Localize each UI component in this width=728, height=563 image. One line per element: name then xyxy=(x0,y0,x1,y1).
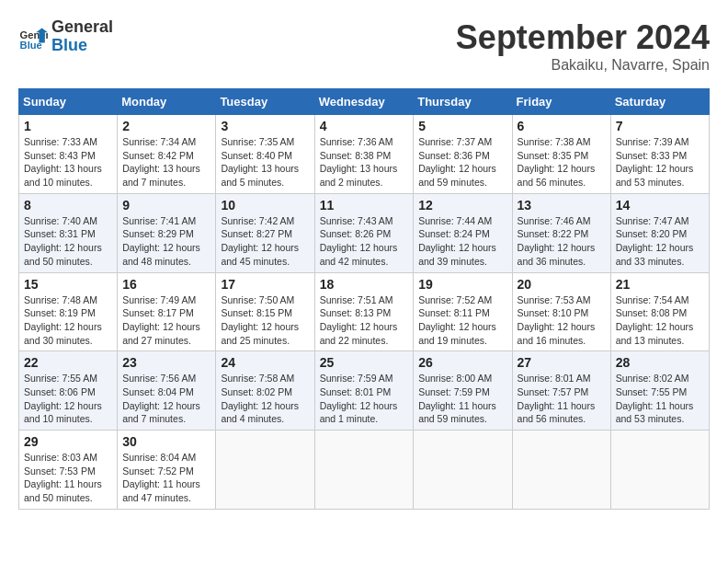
day-info: Sunrise: 7:41 AMSunset: 8:29 PMDaylight:… xyxy=(122,214,210,269)
calendar-cell: 12Sunrise: 7:44 AMSunset: 8:24 PMDayligh… xyxy=(414,193,512,272)
calendar-cell xyxy=(414,431,512,510)
day-info: Sunrise: 7:56 AMSunset: 8:04 PMDaylight:… xyxy=(122,372,210,426)
calendar-week-row: 8Sunrise: 7:40 AMSunset: 8:31 PMDaylight… xyxy=(19,193,710,272)
calendar-cell: 22Sunrise: 7:55 AMSunset: 8:06 PMDayligh… xyxy=(19,351,118,431)
calendar-week-row: 22Sunrise: 7:55 AMSunset: 8:06 PMDayligh… xyxy=(19,351,710,431)
page-header: General Blue General Blue September 2024… xyxy=(18,18,710,74)
calendar-cell: 30Sunrise: 8:04 AMSunset: 7:52 PMDayligh… xyxy=(118,431,216,510)
day-info: Sunrise: 7:58 AMSunset: 8:02 PMDaylight:… xyxy=(221,372,309,426)
calendar-cell: 5Sunrise: 7:37 AMSunset: 8:36 PMDaylight… xyxy=(414,115,512,194)
logo-text: General Blue xyxy=(51,18,113,55)
logo-icon: General Blue xyxy=(18,22,48,52)
day-number: 25 xyxy=(320,355,409,370)
calendar-cell xyxy=(314,431,414,510)
day-number: 2 xyxy=(122,119,210,133)
calendar-cell: 13Sunrise: 7:46 AMSunset: 8:22 PMDayligh… xyxy=(512,193,610,272)
weekday-header: Wednesday xyxy=(314,89,414,115)
day-info: Sunrise: 7:47 AMSunset: 8:20 PMDaylight:… xyxy=(616,214,704,269)
calendar-week-row: 29Sunrise: 8:03 AMSunset: 7:53 PMDayligh… xyxy=(19,431,710,510)
day-number: 15 xyxy=(24,277,112,292)
weekday-header: Thursday xyxy=(414,89,512,115)
weekday-header: Sunday xyxy=(19,89,118,115)
day-info: Sunrise: 7:46 AMSunset: 8:22 PMDaylight:… xyxy=(518,214,606,269)
day-info: Sunrise: 7:52 AMSunset: 8:11 PMDaylight:… xyxy=(418,293,506,348)
weekday-header: Tuesday xyxy=(216,89,314,115)
calendar-cell: 10Sunrise: 7:42 AMSunset: 8:27 PMDayligh… xyxy=(216,193,314,272)
day-info: Sunrise: 8:01 AMSunset: 7:57 PMDaylight:… xyxy=(518,372,606,426)
calendar-cell: 3Sunrise: 7:35 AMSunset: 8:40 PMDaylight… xyxy=(216,115,314,194)
weekday-header: Saturday xyxy=(610,89,709,115)
calendar-cell: 7Sunrise: 7:39 AMSunset: 8:33 PMDaylight… xyxy=(610,115,709,194)
calendar-cell: 4Sunrise: 7:36 AMSunset: 8:38 PMDaylight… xyxy=(314,115,414,194)
day-number: 16 xyxy=(122,277,210,292)
calendar-table: SundayMondayTuesdayWednesdayThursdayFrid… xyxy=(18,88,710,510)
day-number: 11 xyxy=(320,198,409,213)
calendar-week-row: 1Sunrise: 7:33 AMSunset: 8:43 PMDaylight… xyxy=(19,115,710,194)
calendar-cell: 18Sunrise: 7:51 AMSunset: 8:13 PMDayligh… xyxy=(314,272,414,351)
calendar-cell xyxy=(610,431,709,510)
day-number: 10 xyxy=(221,198,309,213)
calendar-cell: 9Sunrise: 7:41 AMSunset: 8:29 PMDaylight… xyxy=(118,193,216,272)
day-info: Sunrise: 7:49 AMSunset: 8:17 PMDaylight:… xyxy=(122,293,210,348)
day-number: 23 xyxy=(122,355,210,370)
day-number: 20 xyxy=(518,277,606,292)
calendar-cell: 15Sunrise: 7:48 AMSunset: 8:19 PMDayligh… xyxy=(19,272,118,351)
day-number: 14 xyxy=(616,198,704,213)
calendar-cell: 24Sunrise: 7:58 AMSunset: 8:02 PMDayligh… xyxy=(216,351,314,431)
day-info: Sunrise: 7:42 AMSunset: 8:27 PMDaylight:… xyxy=(221,214,309,269)
day-number: 30 xyxy=(122,434,210,449)
calendar-cell: 25Sunrise: 7:59 AMSunset: 8:01 PMDayligh… xyxy=(314,351,414,431)
day-number: 24 xyxy=(221,355,309,370)
day-number: 26 xyxy=(418,355,506,370)
calendar-cell: 26Sunrise: 8:00 AMSunset: 7:59 PMDayligh… xyxy=(414,351,512,431)
weekday-header: Friday xyxy=(512,89,610,115)
calendar-cell: 19Sunrise: 7:52 AMSunset: 8:11 PMDayligh… xyxy=(414,272,512,351)
day-info: Sunrise: 7:54 AMSunset: 8:08 PMDaylight:… xyxy=(616,293,704,348)
day-info: Sunrise: 7:48 AMSunset: 8:19 PMDaylight:… xyxy=(24,293,112,348)
day-number: 6 xyxy=(518,119,606,133)
weekday-header: Monday xyxy=(118,89,216,115)
title-block: September 2024 Bakaiku, Navarre, Spain xyxy=(456,18,710,74)
location: Bakaiku, Navarre, Spain xyxy=(456,57,710,74)
day-number: 1 xyxy=(24,119,112,133)
day-number: 18 xyxy=(320,277,409,292)
day-info: Sunrise: 7:44 AMSunset: 8:24 PMDaylight:… xyxy=(418,214,506,269)
day-number: 22 xyxy=(24,355,112,370)
day-info: Sunrise: 7:59 AMSunset: 8:01 PMDaylight:… xyxy=(320,372,409,426)
calendar-cell xyxy=(216,431,314,510)
day-number: 27 xyxy=(518,355,606,370)
day-info: Sunrise: 7:43 AMSunset: 8:26 PMDaylight:… xyxy=(320,214,409,269)
day-number: 9 xyxy=(122,198,210,213)
calendar-cell: 29Sunrise: 8:03 AMSunset: 7:53 PMDayligh… xyxy=(19,431,118,510)
day-number: 12 xyxy=(418,198,506,213)
logo: General Blue General Blue xyxy=(18,18,113,55)
calendar-cell: 23Sunrise: 7:56 AMSunset: 8:04 PMDayligh… xyxy=(118,351,216,431)
calendar-cell: 6Sunrise: 7:38 AMSunset: 8:35 PMDaylight… xyxy=(512,115,610,194)
day-info: Sunrise: 7:53 AMSunset: 8:10 PMDaylight:… xyxy=(518,293,606,348)
svg-text:Blue: Blue xyxy=(20,40,42,51)
calendar-cell: 14Sunrise: 7:47 AMSunset: 8:20 PMDayligh… xyxy=(610,193,709,272)
day-number: 29 xyxy=(24,434,112,449)
day-info: Sunrise: 7:37 AMSunset: 8:36 PMDaylight:… xyxy=(418,135,506,190)
day-number: 17 xyxy=(221,277,309,292)
calendar-cell: 16Sunrise: 7:49 AMSunset: 8:17 PMDayligh… xyxy=(118,272,216,351)
day-info: Sunrise: 8:03 AMSunset: 7:53 PMDaylight:… xyxy=(24,451,112,505)
day-number: 3 xyxy=(221,119,309,133)
calendar-cell: 20Sunrise: 7:53 AMSunset: 8:10 PMDayligh… xyxy=(512,272,610,351)
day-info: Sunrise: 7:40 AMSunset: 8:31 PMDaylight:… xyxy=(24,214,112,269)
weekday-header-row: SundayMondayTuesdayWednesdayThursdayFrid… xyxy=(19,89,710,115)
day-info: Sunrise: 8:00 AMSunset: 7:59 PMDaylight:… xyxy=(418,372,506,426)
day-info: Sunrise: 7:36 AMSunset: 8:38 PMDaylight:… xyxy=(320,135,409,190)
day-number: 8 xyxy=(24,198,112,213)
day-info: Sunrise: 7:51 AMSunset: 8:13 PMDaylight:… xyxy=(320,293,409,348)
day-number: 4 xyxy=(320,119,409,133)
day-number: 13 xyxy=(518,198,606,213)
calendar-cell: 21Sunrise: 7:54 AMSunset: 8:08 PMDayligh… xyxy=(610,272,709,351)
calendar-cell: 27Sunrise: 8:01 AMSunset: 7:57 PMDayligh… xyxy=(512,351,610,431)
calendar-cell: 2Sunrise: 7:34 AMSunset: 8:42 PMDaylight… xyxy=(118,115,216,194)
day-number: 5 xyxy=(418,119,506,133)
day-info: Sunrise: 7:38 AMSunset: 8:35 PMDaylight:… xyxy=(518,135,606,190)
calendar-cell: 28Sunrise: 8:02 AMSunset: 7:55 PMDayligh… xyxy=(610,351,709,431)
calendar-cell: 8Sunrise: 7:40 AMSunset: 8:31 PMDaylight… xyxy=(19,193,118,272)
day-info: Sunrise: 7:50 AMSunset: 8:15 PMDaylight:… xyxy=(221,293,309,348)
